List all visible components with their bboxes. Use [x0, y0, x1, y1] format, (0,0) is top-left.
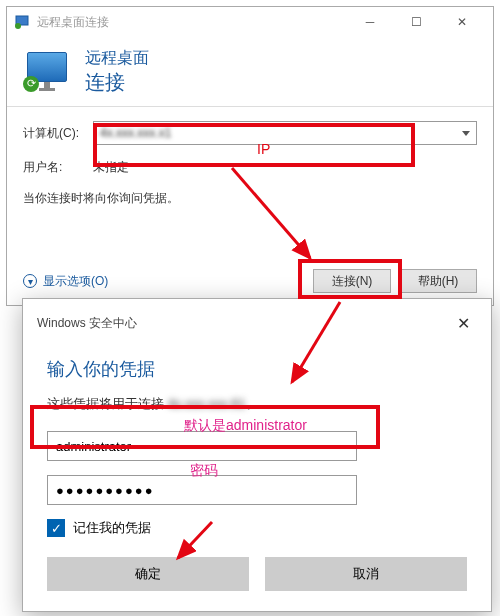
- dialog-description: 这些凭据将用于连接 4x.xxx.xxx.61。: [47, 395, 467, 413]
- username-value: 未指定: [93, 159, 129, 176]
- dialog-titlebar: Windows 安全中心 ✕: [23, 299, 491, 337]
- rdp-icon: [15, 14, 31, 30]
- chevron-down-icon: [462, 131, 470, 136]
- password-input[interactable]: ●●●●●●●●●●: [47, 475, 357, 505]
- credential-hint: 当你连接时将向你询问凭据。: [23, 190, 477, 207]
- checkbox-checked-icon: ✓: [47, 519, 65, 537]
- ok-button[interactable]: 确定: [47, 557, 249, 591]
- rdp-main-window: 远程桌面连接 ─ ☐ ✕ ⟳ 远程桌面 连接 计算机(C): 4x.xxx.xx…: [6, 6, 494, 306]
- help-button[interactable]: 帮助(H): [399, 269, 477, 293]
- username-input[interactable]: administrator: [47, 431, 357, 461]
- computer-combobox[interactable]: 4x.xxx.xxx.x1: [93, 121, 477, 145]
- rdp-large-icon: ⟳: [23, 48, 71, 96]
- chevron-down-icon: ▾: [23, 274, 37, 288]
- show-options-label: 显示选项(O): [43, 273, 108, 290]
- header-banner: ⟳ 远程桌面 连接: [7, 37, 493, 107]
- form-body: 计算机(C): 4x.xxx.xxx.x1 用户名: 未指定 当你连接时将向你询…: [7, 107, 493, 221]
- computer-value: 4x.xxx.xxx.x1: [100, 126, 462, 140]
- window-title: 远程桌面连接: [37, 14, 347, 31]
- window-controls: ─ ☐ ✕: [347, 7, 485, 37]
- credentials-dialog: Windows 安全中心 ✕ 输入你的凭据 这些凭据将用于连接 4x.xxx.x…: [22, 298, 492, 612]
- header-title: 远程桌面: [85, 48, 149, 69]
- close-button[interactable]: ✕: [449, 309, 477, 337]
- minimize-button[interactable]: ─: [347, 7, 393, 37]
- header-subtitle: 连接: [85, 69, 149, 96]
- maximize-button[interactable]: ☐: [393, 7, 439, 37]
- remember-checkbox-row[interactable]: ✓ 记住我的凭据: [47, 519, 467, 537]
- dialog-heading: 输入你的凭据: [47, 357, 467, 381]
- close-button[interactable]: ✕: [439, 7, 485, 37]
- svg-point-1: [15, 23, 21, 29]
- connect-button[interactable]: 连接(N): [313, 269, 391, 293]
- dialog-title: Windows 安全中心: [37, 315, 449, 332]
- computer-label: 计算机(C):: [23, 125, 93, 142]
- username-label: 用户名:: [23, 159, 93, 176]
- show-options-link[interactable]: ▾ 显示选项(O): [23, 273, 108, 290]
- remember-label: 记住我的凭据: [73, 519, 151, 537]
- cancel-button[interactable]: 取消: [265, 557, 467, 591]
- titlebar: 远程桌面连接 ─ ☐ ✕: [7, 7, 493, 37]
